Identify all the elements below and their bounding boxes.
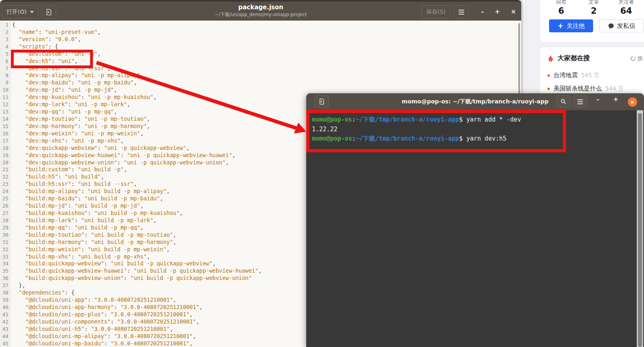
bullet-dot <box>547 74 550 77</box>
line-number: 33 <box>0 253 11 261</box>
terminal-minimize-button[interactable]: – <box>596 97 600 103</box>
screen: 回答6文章2关注者64 + 关注他 发私信 大家都在搜 <box>0 0 644 347</box>
new-document-button[interactable] <box>42 5 56 19</box>
code-text: "dev:mp-qq": "uni -p mp-qq", <box>11 108 117 116</box>
code-text: "dev:quickapp-webview-huawei": "uni -p q… <box>11 152 236 159</box>
refresh-control[interactable]: 换 <box>630 55 643 62</box>
bullet-dot <box>547 88 550 90</box>
follow-button[interactable]: + 关注他 <box>549 19 593 32</box>
terminal-menu-button[interactable] <box>573 95 587 108</box>
open-button[interactable]: 打开(O) <box>2 5 38 19</box>
line-number: 25 <box>0 195 11 202</box>
minimize-button[interactable]: – <box>481 9 484 15</box>
terminal-maximize-button[interactable]: + <box>613 97 619 103</box>
line-number: 34 <box>0 260 11 267</box>
chat-bubble-icon <box>608 23 614 29</box>
hot-search-title: 大家都在搜 <box>558 54 590 63</box>
editor-titlebar: 打开(O) package.json ~/下载/uniapp_demo/my-u… <box>0 0 522 21</box>
line-number: 28 <box>0 217 11 224</box>
line-number: 22 <box>0 173 11 181</box>
code-text: "build:quickapp-webview-union": "uni bui… <box>11 275 252 282</box>
line-number: 9 <box>0 79 11 86</box>
line-number: 30 <box>0 231 11 239</box>
terminal-new-tab-button[interactable] <box>314 95 329 108</box>
line-number: 11 <box>0 94 11 101</box>
line-number: 15 <box>0 123 11 130</box>
code-text: "dev:mp-kuaishou": "uni -p mp-kuaishou", <box>11 94 157 101</box>
editor-document-title: package.json <box>215 4 307 11</box>
hot-search-item[interactable]: 台湾地震545 万 <box>540 69 644 82</box>
code-text: "@dcloudio/uni-h5": "3.0.0-4080720251210… <box>11 326 173 333</box>
line-number: 21 <box>0 166 11 173</box>
line-number: 7 <box>0 65 11 72</box>
code-text: "@dcloudio/uni-mp-alipay": "3.0.0-408072… <box>11 333 196 340</box>
code-text: "@dcloudio/uni-app-plus": "3.0.0-4080720… <box>11 311 193 318</box>
maximize-button[interactable]: + <box>495 9 500 15</box>
code-text: "dev:mp-baidu": "uni -p mp-baidu", <box>11 79 137 86</box>
hamburger-menu-button[interactable] <box>454 5 469 19</box>
line-number: 2 <box>0 29 11 36</box>
line-number: 42 <box>0 318 11 326</box>
hamburger-icon <box>577 98 583 105</box>
line-number: 43 <box>0 326 11 333</box>
code-text: "build:mp-weixin": "uni build -p mp-weix… <box>11 246 170 253</box>
code-text: }, <box>11 282 25 289</box>
open-button-label: 打开(O) <box>6 8 27 16</box>
line-number: 5 <box>0 50 11 58</box>
line-number: 29 <box>0 224 11 231</box>
highlight-box-dev-h5-script <box>11 50 93 68</box>
code-text: "build:mp-toutiao": "uni build -p mp-tou… <box>11 231 176 239</box>
hot-search-list: 台湾地震545 万美国斩杀线是什么544 万 <box>540 69 644 95</box>
code-text: "build:mp-harmony": "uni build -p mp-har… <box>11 239 176 246</box>
profile-stat: 回答6 <box>545 0 577 16</box>
terminal-title: momo@pop-os: ~/下载/tmp/branch-a/ruoyi-app <box>402 98 548 105</box>
profile-stats-row: 回答6文章2关注者64 <box>540 0 644 16</box>
refresh-label: 换 <box>638 55 643 62</box>
line-number: 4 <box>0 43 11 50</box>
private-message-button[interactable]: 发私信 <box>599 19 644 32</box>
close-button[interactable]: × <box>511 9 516 15</box>
code-line: 3 "version": "0.0.0", <box>0 36 522 43</box>
code-text: "@dcloudio/uni-app": "3.0.0-408072025121… <box>11 297 176 304</box>
new-tab-icon <box>319 99 325 105</box>
code-text: "dev:mp-jd": "uni -p mp-jd", <box>11 86 117 94</box>
line-number: 44 <box>0 333 11 340</box>
line-number: 37 <box>0 282 11 289</box>
terminal-close-button[interactable]: × <box>628 97 637 107</box>
code-text: "build:mp-kuaishou": "uni build -p mp-ku… <box>11 210 183 217</box>
code-text: "build:custom": "uni build -p", <box>11 166 127 173</box>
terminal-titlebar: momo@pop-os: ~/下载/tmp/branch-a/ruoyi-app… <box>306 93 644 110</box>
profile-stat: 文章2 <box>577 0 610 16</box>
profile-stat: 关注者64 <box>610 0 642 16</box>
code-text: "dev:mp-lark": "uni -p mp-lark", <box>11 101 130 108</box>
code-line: 4 "scripts": { <box>0 43 522 50</box>
terminal-scrollbar-thumb[interactable] <box>638 113 642 347</box>
editor-scrollbar[interactable] <box>518 23 520 94</box>
code-text: "build:mp-xhs": "uni build -p mp-xhs", <box>11 253 150 261</box>
code-text: "@dcloudio/uni-app-harmony": "3.0.0-4080… <box>11 304 202 311</box>
line-number: 39 <box>0 297 11 304</box>
terminal-search-button[interactable] <box>556 95 570 108</box>
line-number: 12 <box>0 101 11 108</box>
editor-document-path: ~/下载/uniapp_demo/my-uniapp-project <box>215 12 307 18</box>
code-text: "name": "uni-preset-vue", <box>11 29 101 36</box>
code-line: 10 "dev:mp-jd": "uni -p mp-jd", <box>0 86 522 94</box>
line-number: 38 <box>0 289 11 297</box>
save-button[interactable]: 保存(S) <box>421 5 450 19</box>
refresh-icon <box>630 56 636 61</box>
line-number: 40 <box>0 304 11 311</box>
code-text: "dev:mp-alipay": "uni -p mp-alipay", <box>11 72 143 79</box>
code-text: "build:mp-qq": "uni build -p mp-qq", <box>11 224 143 231</box>
code-text: "build:mp-jd": "uni build -p mp-jd", <box>11 202 143 210</box>
line-number: 13 <box>0 108 11 116</box>
code-text: "@dcloudio/uni-components": "3.0.0-40807… <box>11 318 199 326</box>
line-number: 36 <box>0 275 11 282</box>
code-text: { <box>11 21 15 29</box>
save-button-label: 保存(S) <box>426 8 446 16</box>
line-number: 14 <box>0 116 11 123</box>
line-number: 8 <box>0 72 11 79</box>
code-text: "scripts": { <box>11 43 58 50</box>
close-icon: × <box>630 99 635 105</box>
line-number: 27 <box>0 210 11 217</box>
code-text: "dev:quickapp-webview": "uni -p quickapp… <box>11 145 189 152</box>
